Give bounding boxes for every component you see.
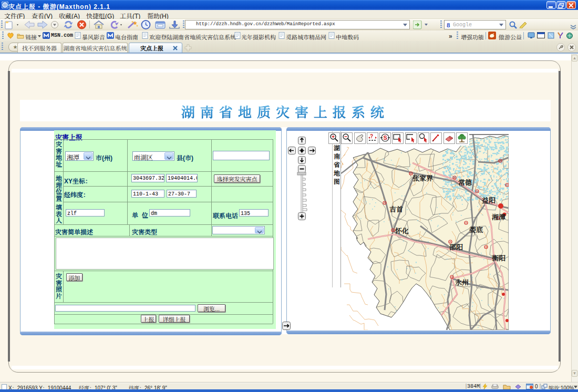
svg-text:?: ? [370,133,373,139]
svg-text:娄底: 娄底 [469,224,483,234]
svg-text:永州: 永州 [455,277,469,287]
svg-text:常德: 常德 [458,177,472,187]
svg-text:怀化: 怀化 [395,225,409,235]
svg-text:益阳: 益阳 [481,195,496,205]
svg-text:张家界: 张家界 [412,173,434,183]
svg-text:邵阳: 邵阳 [449,242,463,252]
svg-text:S: S [384,135,387,141]
svg-text:吉首: 吉首 [389,204,403,214]
svg-text:衡阳: 衡阳 [492,253,505,263]
svg-text:湘潭: 湘潭 [492,212,505,222]
